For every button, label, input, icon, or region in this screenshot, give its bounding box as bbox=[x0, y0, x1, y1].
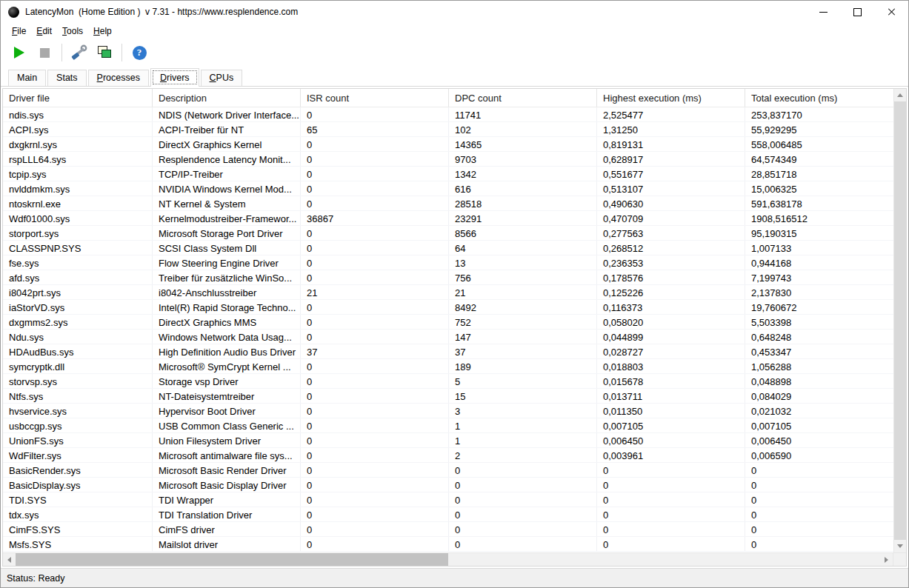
table-row[interactable]: ntoskrnl.exe NT Kernel & System 0 28518 … bbox=[3, 196, 893, 211]
scroll-right-icon[interactable] bbox=[880, 553, 893, 566]
table-row[interactable]: ACPI.sys ACPI-Treiber für NT 65 102 1,31… bbox=[3, 122, 893, 137]
close-button[interactable] bbox=[874, 1, 908, 23]
maximize-button[interactable] bbox=[840, 1, 874, 23]
tab-processes[interactable]: Processes bbox=[88, 70, 149, 86]
table-row[interactable]: tdx.sys TDI Translation Driver 0 0 0 0 bbox=[3, 507, 893, 522]
menu-file[interactable]: File bbox=[7, 24, 31, 39]
table-row[interactable]: fse.sys Flow Steering Engine Driver 0 13… bbox=[3, 255, 893, 270]
cell-driver-file: HDAudBus.sys bbox=[3, 344, 153, 358]
table-row[interactable]: hvservice.sys Hypervisor Boot Driver 0 3… bbox=[3, 404, 893, 418]
menu-help[interactable]: Help bbox=[88, 24, 117, 39]
cell-isr-count: 0 bbox=[301, 241, 449, 255]
column-header-total-execution[interactable]: Total execution (ms) bbox=[745, 89, 893, 107]
cell-total-execution: 0 bbox=[745, 522, 893, 536]
help-button[interactable] bbox=[128, 42, 150, 63]
cell-driver-file: afd.sys bbox=[3, 270, 153, 284]
table-row[interactable]: rspLLL64.sys Resplendence Latency Monit.… bbox=[3, 152, 893, 167]
cell-dpc-count: 1 bbox=[449, 433, 597, 447]
table-row[interactable]: BasicRender.sys Microsoft Basic Render D… bbox=[3, 463, 893, 478]
table-row[interactable]: i8042prt.sys i8042-Anschlusstreiber 21 2… bbox=[3, 285, 893, 300]
table-row[interactable]: Ndu.sys Windows Network Data Usag... 0 1… bbox=[3, 330, 893, 344]
cell-driver-file: Msfs.SYS bbox=[3, 537, 153, 551]
table-row[interactable]: tcpip.sys TCP/IP-Treiber 0 1342 0,551677… bbox=[3, 167, 893, 181]
table-row[interactable]: TDI.SYS TDI Wrapper 0 0 0 0 bbox=[3, 492, 893, 507]
start-monitor-button[interactable] bbox=[8, 42, 30, 63]
scroll-left-icon[interactable] bbox=[3, 553, 16, 566]
table-row[interactable]: Ntfs.sys NT-Dateisystemtreiber 0 15 0,01… bbox=[3, 389, 893, 404]
scroll-down-icon[interactable] bbox=[894, 540, 906, 552]
cell-highest-execution: 0,007105 bbox=[597, 418, 745, 432]
table-row[interactable]: dxgmms2.sys DirectX Graphics MMS 0 752 0… bbox=[3, 315, 893, 330]
menu-tools[interactable]: Tools bbox=[57, 24, 88, 39]
table-row[interactable]: WdFilter.sys Microsoft antimalware file … bbox=[3, 448, 893, 463]
horizontal-scrollbar[interactable] bbox=[3, 553, 893, 566]
column-header-dpc-count[interactable]: DPC count bbox=[449, 89, 597, 107]
cell-driver-file: iaStorVD.sys bbox=[3, 300, 153, 314]
cell-isr-count: 0 bbox=[301, 167, 449, 181]
menu-edit[interactable]: Edit bbox=[31, 24, 57, 39]
table-row[interactable]: storvsp.sys Storage vsp Driver 0 5 0,015… bbox=[3, 374, 893, 389]
vertical-scrollbar[interactable] bbox=[893, 89, 906, 552]
cell-highest-execution: 0 bbox=[597, 478, 745, 492]
column-header-description[interactable]: Description bbox=[153, 89, 301, 107]
cell-dpc-count: 0 bbox=[449, 522, 597, 536]
table-row[interactable]: UnionFS.sys Union Filesystem Driver 0 1 … bbox=[3, 433, 893, 448]
table-row[interactable]: CimFS.SYS CimFS driver 0 0 0 0 bbox=[3, 522, 893, 537]
view-windows-button[interactable] bbox=[93, 42, 116, 63]
tab-drivers[interactable]: Drivers bbox=[150, 68, 199, 87]
cell-driver-file: fse.sys bbox=[3, 255, 153, 270]
tab-cpus[interactable]: CPUs bbox=[201, 70, 243, 86]
table-row[interactable]: nvlddmkm.sys NVIDIA Windows Kernel Mod..… bbox=[3, 181, 893, 196]
cell-dpc-count: 189 bbox=[449, 359, 597, 373]
cell-description: DirectX Graphics MMS bbox=[153, 315, 301, 329]
cell-total-execution: 0,021032 bbox=[745, 404, 893, 418]
column-header-isr-count[interactable]: ISR count bbox=[301, 89, 449, 107]
scroll-up-icon[interactable] bbox=[894, 89, 906, 101]
cell-description: Resplendence Latency Monit... bbox=[153, 152, 301, 166]
horizontal-scroll-track[interactable] bbox=[16, 553, 880, 566]
menu-bar: File Edit Tools Help bbox=[1, 23, 908, 39]
cell-highest-execution: 0,277563 bbox=[597, 226, 745, 240]
table-row[interactable]: BasicDisplay.sys Microsoft Basic Display… bbox=[3, 478, 893, 492]
table-row[interactable]: CLASSPNP.SYS SCSI Class System Dll 0 64 … bbox=[3, 241, 893, 255]
tab-stats[interactable]: Stats bbox=[47, 70, 87, 86]
minimize-button[interactable] bbox=[806, 1, 840, 23]
cell-description: Treiber für zusätzliche WinSo... bbox=[153, 270, 301, 284]
cell-driver-file: WdFilter.sys bbox=[3, 448, 153, 462]
cell-description: TCP/IP-Treiber bbox=[153, 167, 301, 181]
cell-driver-file: Wdf01000.sys bbox=[3, 211, 153, 225]
cell-driver-file: i8042prt.sys bbox=[3, 285, 153, 299]
table-row[interactable]: dxgkrnl.sys DirectX Graphics Kernel 0 14… bbox=[3, 137, 893, 152]
cell-total-execution: 558,006485 bbox=[745, 137, 893, 151]
cell-dpc-count: 756 bbox=[449, 270, 597, 284]
table-row[interactable]: symcryptk.dll Microsoft® SymCrypt Kernel… bbox=[3, 359, 893, 374]
table-row[interactable]: storport.sys Microsoft Storage Port Driv… bbox=[3, 226, 893, 241]
cell-isr-count: 37 bbox=[301, 344, 449, 358]
cell-isr-count: 0 bbox=[301, 463, 449, 477]
cell-driver-file: rspLLL64.sys bbox=[3, 152, 153, 166]
horizontal-scroll-thumb[interactable] bbox=[16, 553, 448, 566]
table-row[interactable]: ndis.sys NDIS (Network Driver Interface.… bbox=[3, 107, 893, 122]
table-row[interactable]: Wdf01000.sys Kernelmodustreiber-Framewor… bbox=[3, 211, 893, 226]
column-header-driver-file[interactable]: Driver file bbox=[3, 89, 153, 107]
table-row[interactable]: afd.sys Treiber für zusätzliche WinSo...… bbox=[3, 270, 893, 285]
list-bottom-bar bbox=[3, 552, 906, 566]
column-header-highest-execution[interactable]: Highest execution (ms) bbox=[597, 89, 745, 107]
cell-isr-count: 36867 bbox=[301, 211, 449, 225]
cell-highest-execution: 0,513107 bbox=[597, 181, 745, 196]
tab-main[interactable]: Main bbox=[8, 70, 46, 86]
cell-isr-count: 0 bbox=[301, 389, 449, 403]
status-bar: Status: Ready bbox=[1, 568, 908, 587]
table-row[interactable]: iaStorVD.sys Intel(R) Rapid Storage Tech… bbox=[3, 300, 893, 315]
table-row[interactable]: Msfs.SYS Mailslot driver 0 0 0 0 bbox=[3, 537, 893, 552]
table-row[interactable]: usbccgp.sys USB Common Class Generic ...… bbox=[3, 418, 893, 433]
table-row[interactable]: HDAudBus.sys High Definition Audio Bus D… bbox=[3, 344, 893, 359]
cell-total-execution: 55,929295 bbox=[745, 122, 893, 136]
vertical-scroll-thumb[interactable] bbox=[894, 101, 906, 540]
cell-driver-file: usbccgp.sys bbox=[3, 418, 153, 432]
options-button[interactable] bbox=[68, 42, 90, 63]
cell-description: DirectX Graphics Kernel bbox=[153, 137, 301, 151]
stop-monitor-button[interactable] bbox=[33, 42, 56, 63]
cell-description: Microsoft Basic Display Driver bbox=[153, 478, 301, 492]
list-rows: ndis.sys NDIS (Network Driver Interface.… bbox=[3, 107, 893, 552]
